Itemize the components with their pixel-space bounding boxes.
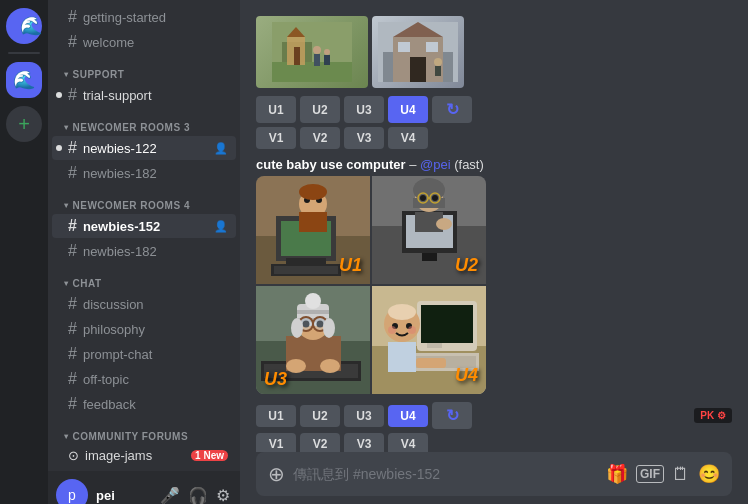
gift-icon[interactable]: 🎁 bbox=[606, 463, 628, 485]
channel-welcome[interactable]: # welcome bbox=[52, 30, 236, 54]
channel-discussion[interactable]: # discussion bbox=[52, 292, 236, 316]
message-header: cute baby use computer – @pei (fast) bbox=[256, 157, 732, 172]
top-u4-btn[interactable]: U4 bbox=[388, 96, 428, 123]
svg-point-17 bbox=[434, 58, 442, 66]
grid-cell-u3: U3 bbox=[256, 286, 370, 394]
section-newcomer-3[interactable]: ▾ NEWCOMER ROOMS 3 bbox=[48, 116, 240, 135]
svg-rect-35 bbox=[422, 253, 437, 261]
svg-point-40 bbox=[432, 195, 438, 201]
main-content: U1 U2 U3 U4 ↻ V1 V2 V3 V4 cute baby use … bbox=[240, 0, 748, 504]
svg-point-8 bbox=[324, 49, 330, 55]
svg-rect-2 bbox=[272, 62, 352, 82]
grid-cell-u2: U2 bbox=[372, 176, 486, 284]
svg-point-64 bbox=[320, 359, 340, 373]
top-refresh-btn[interactable]: ↻ bbox=[432, 96, 472, 123]
grid-cell-u4: U4 bbox=[372, 286, 486, 394]
top-btn-row-1: U1 U2 U3 U4 ↻ bbox=[256, 96, 732, 123]
svg-rect-15 bbox=[398, 42, 410, 52]
top-image-row bbox=[256, 16, 732, 88]
mute-button[interactable]: 🎤 bbox=[158, 484, 182, 505]
bottom-v2-btn[interactable]: V2 bbox=[300, 433, 340, 452]
bottom-btn-row-2: V1 V2 V3 V4 bbox=[256, 433, 732, 452]
channel-philosophy[interactable]: # philosophy bbox=[52, 317, 236, 341]
bottom-u1-btn[interactable]: U1 bbox=[256, 405, 296, 427]
home-server-icon[interactable]: 🌊 bbox=[6, 8, 42, 44]
message-input[interactable] bbox=[293, 466, 598, 482]
svg-rect-27 bbox=[299, 212, 327, 232]
top-u1-btn[interactable]: U1 bbox=[256, 96, 296, 123]
bottom-btn-row-1: U1 U2 U3 U4 ↻ PK ⚙ bbox=[256, 402, 732, 429]
section-chat[interactable]: ▾ CHAT bbox=[48, 272, 240, 291]
server-sidebar: 🌊 🌊 + bbox=[0, 0, 48, 504]
messages-area[interactable]: U1 U2 U3 U4 ↻ V1 V2 V3 V4 cute baby use … bbox=[240, 0, 748, 452]
sticker-icon[interactable]: 🗒 bbox=[672, 464, 690, 485]
top-u3-btn[interactable]: U3 bbox=[344, 96, 384, 123]
channel-feedback[interactable]: # feedback bbox=[52, 392, 236, 416]
svg-point-77 bbox=[408, 326, 416, 334]
svg-rect-78 bbox=[388, 342, 416, 372]
bottom-refresh-btn[interactable]: ↻ bbox=[432, 402, 472, 429]
input-icon-group: 🎁 GIF 🗒 😊 bbox=[606, 463, 720, 485]
svg-rect-68 bbox=[421, 305, 473, 343]
top-u2-btn[interactable]: U2 bbox=[300, 96, 340, 123]
svg-rect-18 bbox=[435, 66, 441, 76]
server-icon-1[interactable]: 🌊 bbox=[6, 62, 42, 98]
username-label: pei bbox=[96, 488, 115, 503]
bottom-v4-btn[interactable]: V4 bbox=[388, 433, 428, 452]
bottom-v1-btn[interactable]: V1 bbox=[256, 433, 296, 452]
svg-point-61 bbox=[291, 318, 303, 338]
bottom-u3-btn[interactable]: U3 bbox=[344, 405, 384, 427]
grid-label-u4: U4 bbox=[455, 365, 478, 386]
message-suffix: (fast) bbox=[454, 157, 484, 172]
top-v4-btn[interactable]: V4 bbox=[388, 127, 428, 149]
server-divider bbox=[8, 52, 40, 54]
channel-trial-support[interactable]: # trial-support bbox=[52, 83, 236, 107]
channel-sidebar: # getting-started # welcome ▾ SUPPORT # … bbox=[48, 0, 240, 504]
svg-point-62 bbox=[323, 318, 335, 338]
svg-point-53 bbox=[305, 293, 321, 309]
top-v2-btn[interactable]: V2 bbox=[300, 127, 340, 149]
channel-off-topic[interactable]: # off-topic bbox=[52, 367, 236, 391]
top-v3-btn[interactable]: V3 bbox=[344, 127, 384, 149]
grid-label-u1: U1 bbox=[339, 255, 362, 276]
svg-rect-5 bbox=[294, 47, 300, 65]
svg-rect-25 bbox=[274, 266, 338, 274]
bottom-u2-btn[interactable]: U2 bbox=[300, 405, 340, 427]
channel-newbies-122[interactable]: # newbies-122 👤 bbox=[52, 136, 236, 160]
channel-getting-started[interactable]: # getting-started bbox=[52, 5, 236, 29]
channel-newbies-182[interactable]: # newbies-182 bbox=[52, 239, 236, 263]
svg-rect-54 bbox=[297, 310, 329, 314]
channel-newbies-182-nr3[interactable]: # newbies-182 bbox=[52, 161, 236, 185]
svg-rect-14 bbox=[410, 57, 426, 82]
svg-point-6 bbox=[313, 46, 321, 54]
top-v1-btn[interactable]: V1 bbox=[256, 127, 296, 149]
svg-rect-7 bbox=[314, 54, 320, 66]
bottom-v3-btn[interactable]: V3 bbox=[344, 433, 384, 452]
gif-button[interactable]: GIF bbox=[636, 465, 664, 483]
user-avatar: p bbox=[56, 479, 88, 504]
svg-rect-79 bbox=[416, 358, 446, 368]
section-newcomer-4[interactable]: ▾ NEWCOMER ROOMS 4 bbox=[48, 194, 240, 213]
svg-point-76 bbox=[388, 326, 396, 334]
add-server-icon[interactable]: + bbox=[6, 106, 42, 142]
svg-point-63 bbox=[286, 359, 306, 373]
channel-prompt-chat[interactable]: # prompt-chat bbox=[52, 342, 236, 366]
add-attachment-button[interactable]: ⊕ bbox=[268, 462, 285, 486]
channel-newbies-152[interactable]: # newbies-152 👤 bbox=[52, 214, 236, 238]
section-support[interactable]: ▾ SUPPORT bbox=[48, 63, 240, 82]
message-author: cute baby use computer bbox=[256, 157, 406, 172]
grid-label-u2: U2 bbox=[455, 255, 478, 276]
deafen-button[interactable]: 🎧 bbox=[186, 484, 210, 505]
message-input-area: ⊕ 🎁 GIF 🗒 😊 bbox=[256, 452, 732, 496]
settings-button[interactable]: ⚙ bbox=[214, 484, 232, 505]
grid-cell-u1: U1 bbox=[256, 176, 370, 284]
emoji-icon[interactable]: 😊 bbox=[698, 463, 720, 485]
bottom-u4-btn[interactable]: U4 bbox=[388, 405, 428, 427]
section-community-forums[interactable]: ▾ COMMUNITY FORUMS bbox=[48, 425, 240, 444]
channel-image-jams[interactable]: ⊙ image-jams 1 New bbox=[52, 445, 236, 466]
top-image-2 bbox=[372, 16, 464, 88]
pk-badge: PK ⚙ bbox=[694, 408, 732, 423]
svg-rect-23 bbox=[286, 258, 326, 264]
svg-rect-16 bbox=[426, 42, 438, 52]
svg-point-45 bbox=[436, 218, 452, 230]
